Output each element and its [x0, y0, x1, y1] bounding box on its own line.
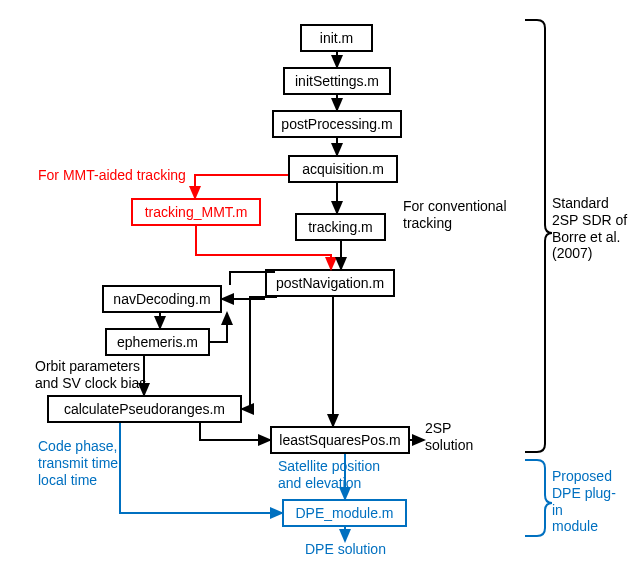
label-mmt-aided: For MMT-aided tracking — [38, 167, 186, 184]
node-init: init.m — [300, 24, 373, 52]
arrow — [210, 313, 227, 342]
label-dpe-solution: DPE solution — [305, 541, 386, 558]
node-trackingMMT: tracking_MMT.m — [131, 198, 261, 226]
label-right-bottom: Proposed DPE plug- in module — [552, 468, 616, 535]
arrow — [242, 297, 277, 409]
label-2sp-solution: 2SP solution — [425, 420, 473, 454]
arrow — [120, 423, 282, 513]
node-leastSquares: leastSquaresPos.m — [270, 426, 410, 454]
arrow — [200, 423, 270, 440]
arrow — [195, 175, 288, 198]
node-calcPseudo: calculatePseudoranges.m — [47, 395, 242, 423]
node-ephemeris: ephemeris.m — [105, 328, 210, 356]
label-sat-pos: Satellite position and elevation — [278, 458, 380, 492]
node-initSettings: initSettings.m — [283, 67, 391, 95]
node-postProcessing: postProcessing.m — [272, 110, 402, 138]
node-navDecoding: navDecoding.m — [102, 285, 222, 313]
node-acquisition: acquisition.m — [288, 155, 398, 183]
label-right-top: Standard 2SP SDR of Borre et al. (2007) — [552, 195, 627, 262]
label-code-phase: Code phase, transmit time, local time — [38, 438, 122, 488]
label-conventional: For conventional tracking — [403, 198, 507, 232]
bracket-bottom — [525, 460, 552, 536]
node-postNavigation: postNavigation.m — [265, 269, 395, 297]
label-orbit: Orbit parameters and SV clock bias — [35, 358, 146, 392]
bracket-top — [525, 20, 552, 452]
node-dpeModule: DPE_module.m — [282, 499, 407, 527]
node-tracking: tracking.m — [295, 213, 386, 241]
